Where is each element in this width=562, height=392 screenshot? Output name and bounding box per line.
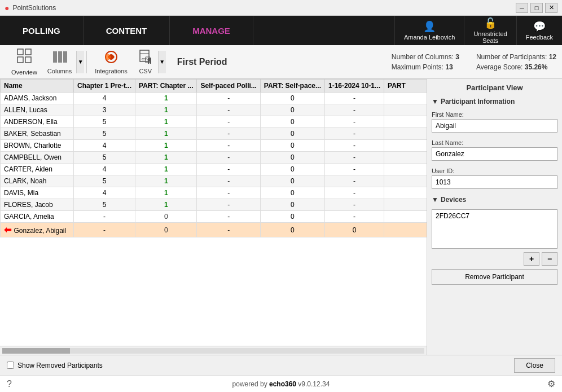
columns-button-group: Columns ▼ — [43, 47, 84, 77]
last-name-input[interactable] — [432, 147, 557, 161]
cell-col5: - — [324, 164, 384, 175]
remove-device-button[interactable]: − — [542, 252, 557, 266]
svg-rect-3 — [25, 57, 31, 63]
tab-polling[interactable]: POLLING — [0, 16, 84, 45]
show-removed-checkbox[interactable] — [7, 362, 14, 369]
cell-col2: 1 — [135, 187, 197, 199]
header-col1[interactable]: Chapter 1 Pre-t... — [74, 80, 135, 93]
header-col4[interactable]: PART: Self-pace... — [260, 80, 324, 93]
table-row[interactable]: DAVIS, Mia41-0- — [1, 187, 427, 199]
cell-col2: 1 — [135, 199, 197, 211]
table-row[interactable]: ⬅ Gonzalez, Abigail-0-00 — [1, 223, 427, 237]
help-icon[interactable]: ? — [7, 379, 12, 389]
cell-name: BROWN, Charlotte — [1, 140, 74, 152]
horizontal-scrollbar[interactable] — [0, 346, 427, 355]
nav-seats[interactable]: 🔓 Unrestricted Seats — [464, 16, 516, 45]
table-row[interactable]: CARTER, Aiden41-0- — [1, 164, 427, 175]
user-id-input[interactable] — [432, 175, 557, 189]
bottom-bar: Show Removed Participants Close — [0, 355, 562, 375]
gear-icon[interactable]: ⚙ — [547, 378, 555, 389]
cell-col3: - — [197, 93, 260, 104]
toolbar: Overview Columns ▼ Integrations — [0, 45, 562, 79]
csv-button[interactable]: CSV CSV — [133, 47, 158, 77]
integrations-label: Integrations — [95, 68, 127, 74]
header-col5[interactable]: 1-16-2024 10-1... — [324, 80, 384, 93]
nav-feedback[interactable]: 💬 Feedback — [516, 16, 562, 45]
maximize-button[interactable]: □ — [530, 3, 543, 13]
table-row[interactable]: BROWN, Charlotte41-0- — [1, 140, 427, 152]
cell-col3: - — [197, 104, 260, 116]
cell-name: ADAMS, Jackson — [1, 93, 74, 104]
cell-col5: - — [324, 152, 384, 164]
csv-dropdown-arrow[interactable]: ▼ — [158, 51, 166, 73]
first-name-input[interactable] — [432, 119, 557, 133]
cell-col4: 0 — [260, 128, 324, 140]
table-row[interactable]: ANDERSON, Ella51-0- — [1, 116, 427, 128]
right-panel: Participant View ▼ Participant Informati… — [427, 79, 562, 355]
avg-score-value: 35.26% — [525, 63, 548, 71]
nav-user[interactable]: 👤 Amanda Leibovich — [394, 16, 464, 45]
cell-col1: - — [74, 211, 135, 223]
cell-col5: - — [324, 140, 384, 152]
participants-label: Number of Participants: — [476, 53, 547, 61]
table-row[interactable]: ADAMS, Jackson41-0- — [1, 93, 427, 104]
table-row[interactable]: ALLEN, Lucas31-0- — [1, 104, 427, 116]
header-col2[interactable]: PART: Chapter ... — [135, 80, 197, 93]
cell-col2: 1 — [135, 93, 197, 104]
cell-col1: 4 — [74, 93, 135, 104]
cell-col3: - — [197, 175, 260, 187]
session-title: First Period — [177, 57, 262, 67]
devices-label: Devices — [441, 196, 466, 204]
first-name-label: First Name: — [432, 111, 557, 118]
integrations-button[interactable]: Integrations — [89, 47, 133, 77]
cell-name: CAMPBELL, Owen — [1, 152, 74, 164]
max-points-label: Maximum Points: — [392, 63, 444, 71]
tab-content[interactable]: CONTENT — [84, 16, 170, 45]
add-device-button[interactable]: + — [524, 252, 539, 266]
title-bar: ● PointSolutions ─ □ ✕ — [0, 0, 562, 16]
header-col6[interactable]: PART — [384, 80, 427, 93]
minimize-button[interactable]: ─ — [516, 3, 528, 13]
table-row[interactable]: FLORES, Jacob51-0- — [1, 199, 427, 211]
show-removed-label[interactable]: Show Removed Participants — [7, 362, 103, 369]
cell-col5: - — [324, 128, 384, 140]
seats-icon: 🔓 — [484, 17, 497, 29]
close-button[interactable]: ✕ — [545, 3, 557, 13]
cell-col2: 1 — [135, 128, 197, 140]
cell-col4: 0 — [260, 93, 324, 104]
expand-icon: ▼ — [432, 98, 438, 105]
cell-col5: 0 — [324, 223, 384, 237]
overview-label: Overview — [11, 69, 37, 76]
table-row[interactable]: CLARK, Noah51-0- — [1, 175, 427, 187]
header-col3[interactable]: Self-paced Polli... — [197, 80, 260, 93]
table-row[interactable]: CAMPBELL, Owen51-0- — [1, 152, 427, 164]
participant-info-section: ▼ Participant Information — [432, 98, 557, 105]
footer: ? powered by echo360 v9.0.12.34 ⚙ — [0, 375, 562, 392]
table-row[interactable]: GARCIA, Amelia-0-0- — [1, 211, 427, 223]
cell-col5: - — [324, 93, 384, 104]
cell-name: DAVIS, Mia — [1, 187, 74, 199]
cell-col6 — [384, 164, 427, 175]
remove-participant-button[interactable]: Remove Participant — [432, 269, 557, 285]
cell-col5: - — [324, 199, 384, 211]
table-row[interactable]: BAKER, Sebastian51-0- — [1, 128, 427, 140]
cell-col4: 0 — [260, 152, 324, 164]
cell-name: BAKER, Sebastian — [1, 128, 74, 140]
user-id-label: User ID: — [432, 168, 557, 174]
toolbar-separator-1 — [86, 51, 87, 73]
cell-col1: 5 — [74, 175, 135, 187]
cell-col1: 5 — [74, 128, 135, 140]
cell-col3: - — [197, 199, 260, 211]
columns-button[interactable]: Columns — [43, 47, 76, 77]
cell-col4: 0 — [260, 140, 324, 152]
overview-button[interactable]: Overview — [6, 46, 43, 78]
cell-col4: 0 — [260, 187, 324, 199]
cell-col6 — [384, 223, 427, 237]
close-button[interactable]: Close — [514, 358, 555, 373]
table-scroll[interactable]: Name Chapter 1 Pre-t... PART: Chapter ..… — [0, 79, 427, 346]
app-icon: ● — [5, 3, 9, 12]
tab-manage[interactable]: MANAGE — [170, 16, 253, 45]
columns-count-label: Number of Columns: — [392, 53, 454, 61]
columns-dropdown-arrow[interactable]: ▼ — [76, 51, 84, 73]
header-name[interactable]: Name — [1, 80, 74, 93]
